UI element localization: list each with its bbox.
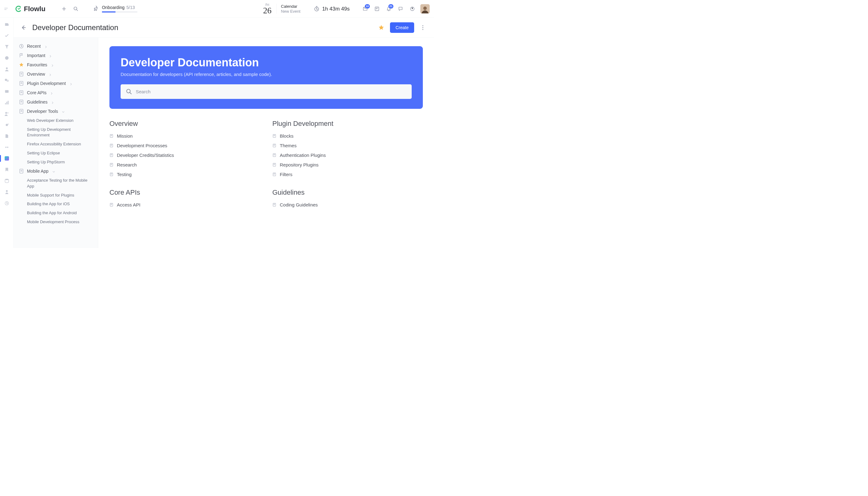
back-button[interactable] <box>20 24 27 31</box>
rail-item-knowledge-base[interactable] <box>3 155 10 162</box>
section-item-label: Repository Plugins <box>280 162 319 167</box>
favourite-toggle[interactable] <box>377 24 385 31</box>
svg-point-6 <box>423 6 427 10</box>
chevron-right-icon <box>51 63 54 66</box>
section-item[interactable]: Mission <box>109 131 260 141</box>
sidenav-child[interactable]: Setting Up Eclipse <box>17 149 95 157</box>
rail-item[interactable] <box>3 32 10 39</box>
add-button[interactable] <box>60 5 68 12</box>
onboarding-count: 5/13 <box>126 5 135 10</box>
global-search-button[interactable] <box>72 5 80 12</box>
doc-icon <box>19 109 24 114</box>
plus-icon <box>62 6 67 11</box>
rail-item[interactable] <box>3 133 10 140</box>
section: Core APIsAccess API <box>109 188 260 210</box>
page-icon <box>273 172 277 176</box>
rail-item[interactable] <box>3 88 10 95</box>
rail-item[interactable] <box>3 110 10 117</box>
doc-icon <box>19 99 24 105</box>
create-button[interactable]: Create <box>390 22 414 33</box>
rail-item[interactable] <box>3 144 10 151</box>
rail-item[interactable] <box>3 166 10 173</box>
section: Plugin DevelopmentBlocksThemesAuthentica… <box>273 120 423 179</box>
sidenav-child[interactable]: Web Developer Extension <box>17 116 95 125</box>
rail-item[interactable] <box>3 200 10 206</box>
sidenav-core-apis[interactable]: Core APIs <box>17 88 95 97</box>
section-item[interactable]: Repository Plugins <box>273 160 423 170</box>
date-day: 26 <box>263 6 272 15</box>
rail-item[interactable] <box>3 188 10 195</box>
sidenav-child[interactable]: Mobile Development Process <box>17 217 95 226</box>
sidenav-developer-tools[interactable]: Developer Tools <box>17 107 95 116</box>
sidenav-child[interactable]: Acceptance Testing for the Mobile App <box>17 176 95 191</box>
sidenav-guidelines[interactable]: Guidelines <box>17 97 95 107</box>
svg-point-8 <box>6 67 8 69</box>
chat-icon <box>398 6 403 11</box>
page-icon <box>109 134 113 138</box>
svg-point-13 <box>7 112 9 113</box>
onboarding-widget[interactable]: Onboarding 5/13 <box>93 5 138 12</box>
notes-button[interactable] <box>373 5 381 12</box>
section-item[interactable]: Blocks <box>273 131 423 141</box>
doc-icon <box>19 72 24 77</box>
section-item[interactable]: Filters <box>273 170 423 179</box>
rail-item[interactable] <box>3 43 10 50</box>
sidenav-overview[interactable]: Overview <box>17 69 95 79</box>
onboarding-label: Onboarding <box>102 5 125 10</box>
section-item-label: Blocks <box>280 133 294 139</box>
calendar-widget[interactable]: Calendar New Event <box>281 4 300 14</box>
section-item[interactable]: Authentication Plugins <box>273 150 423 160</box>
svg-point-7 <box>5 56 9 60</box>
section-item[interactable]: Research <box>109 160 260 170</box>
chevron-right-icon <box>49 73 52 76</box>
section-item[interactable]: Coding Guidelines <box>273 200 423 210</box>
section-item[interactable]: Access API <box>109 200 260 210</box>
avatar[interactable] <box>420 4 430 13</box>
logo[interactable]: Flowlu <box>15 5 46 13</box>
rail-item[interactable] <box>3 66 10 73</box>
sidenav-favourites[interactable]: Favourites <box>17 60 95 69</box>
sidenav-mobile-app[interactable]: Mobile App <box>17 167 95 176</box>
page-icon <box>273 203 277 207</box>
svg-point-21 <box>422 25 423 26</box>
sidenav-recent[interactable]: Recent <box>17 42 95 51</box>
sidenav-child[interactable]: Building the App for iOS <box>17 200 95 208</box>
section-item[interactable]: Testing <box>109 170 260 179</box>
inbox-button[interactable]: 10 <box>361 5 369 12</box>
section-item[interactable]: Developer Credits/Statistics <box>109 150 260 160</box>
svg-point-17 <box>7 146 8 148</box>
date-widget[interactable]: Fri 26 <box>263 3 272 15</box>
sidenav-child[interactable]: Building the App for Android <box>17 208 95 217</box>
rail-item[interactable] <box>3 21 10 28</box>
more-menu[interactable] <box>419 24 427 31</box>
arrow-left-icon <box>20 25 27 31</box>
rail-item[interactable] <box>3 122 10 128</box>
sidenav-plugin-development[interactable]: Plugin Development <box>17 79 95 88</box>
notifications-button[interactable]: 21 <box>385 5 392 12</box>
sidenav-child[interactable]: Setting Up PhpStorm <box>17 157 95 167</box>
svg-point-15 <box>8 124 9 125</box>
doc-icon <box>19 90 24 95</box>
chat-button[interactable] <box>397 5 404 12</box>
sidenav-child[interactable]: Firefox Accessibility Extension <box>17 140 95 149</box>
sidenav-child[interactable]: Mobile Support for Plugins <box>17 191 95 200</box>
hero-search[interactable] <box>121 84 412 99</box>
doc-icon <box>19 81 24 86</box>
section-item[interactable]: Development Processes <box>109 141 260 150</box>
sidenav-important[interactable]: Important <box>17 51 95 60</box>
sidenav: Recent Important Favourites <box>14 37 98 248</box>
chevron-down-icon <box>52 170 55 173</box>
rail-item[interactable] <box>3 77 10 84</box>
doc-icon <box>19 169 24 174</box>
rail-item[interactable] <box>3 55 10 61</box>
rail-item[interactable] <box>3 99 10 106</box>
onboarding-progress <box>102 11 138 12</box>
knowledge-base-icon <box>5 156 9 160</box>
sidenav-child[interactable]: Setting Up Development Environment <box>17 125 95 140</box>
section-item[interactable]: Themes <box>273 141 423 150</box>
rail-item[interactable] <box>3 177 10 184</box>
help-button[interactable] <box>408 5 416 12</box>
timer-widget[interactable]: 1h 43m 49s <box>314 6 350 12</box>
menu-toggle[interactable] <box>4 5 11 12</box>
search-input[interactable] <box>136 89 406 94</box>
